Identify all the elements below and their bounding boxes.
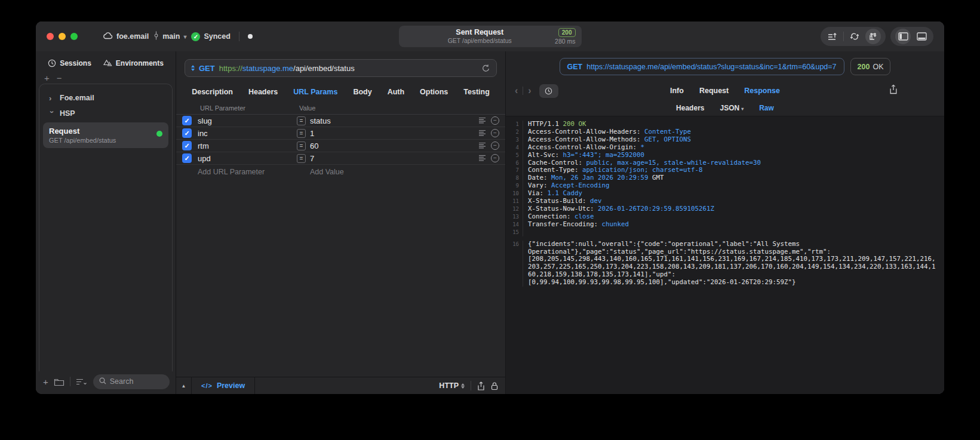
- param-checkbox[interactable]: ✓: [182, 116, 192, 125]
- send-receive-icon[interactable]: [865, 29, 881, 44]
- request-url-bar[interactable]: GET https://statuspage.me/api/embed/stat…: [185, 59, 497, 77]
- add-value-placeholder[interactable]: Add Value: [297, 168, 344, 176]
- history-forward-icon[interactable]: ›: [526, 85, 533, 96]
- sync-status[interactable]: ✓ Synced: [191, 32, 230, 41]
- toggle-sidebar-icon[interactable]: [895, 29, 911, 44]
- response-subtab-raw[interactable]: Raw: [759, 104, 774, 112]
- export-response-icon[interactable]: [889, 84, 898, 94]
- request-url[interactable]: https://statuspage.me/api/embed/status: [219, 64, 355, 73]
- response-line: 9Vary: Accept-Encoding: [506, 182, 944, 190]
- response-line: 7Content-Type: application/json; charset…: [506, 167, 944, 174]
- history-clock-button[interactable]: [539, 84, 558, 98]
- remove-param-icon[interactable]: −: [491, 129, 499, 137]
- response-line: 8Date: Mon, 26 Jan 2026 20:29:59 GMT: [506, 174, 944, 182]
- zoom-window-button[interactable]: [70, 33, 78, 40]
- param-name[interactable]: rtm: [198, 141, 297, 150]
- response-body[interactable]: 1HTTP/1.1 200 OK2Access-Control-Allow-He…: [506, 116, 944, 394]
- request-list-export-icon[interactable]: [825, 29, 840, 44]
- tab-testing[interactable]: Testing: [463, 88, 490, 96]
- sync-loop-icon[interactable]: [847, 29, 862, 44]
- row-options-icon[interactable]: [478, 116, 486, 125]
- param-name[interactable]: inc: [198, 129, 297, 138]
- equals-icon: =: [297, 116, 306, 125]
- line-number: 1: [506, 121, 523, 128]
- tab-body[interactable]: Body: [353, 88, 371, 96]
- branch-selector[interactable]: main ▾: [153, 31, 186, 42]
- add-request-button[interactable]: +: [43, 377, 48, 387]
- param-name[interactable]: slug: [198, 116, 297, 125]
- response-line: 2Access-Control-Allow-Headers: Content-T…: [506, 128, 944, 136]
- request-list-item[interactable]: Request GET /api/embed/status: [43, 122, 168, 148]
- remove-param-icon[interactable]: −: [491, 154, 499, 162]
- tab-auth[interactable]: Auth: [388, 88, 404, 96]
- nav-divider: [523, 87, 523, 95]
- tree-group-foe-email[interactable]: › Foe.email: [39, 90, 172, 106]
- row-options-icon[interactable]: [478, 141, 486, 150]
- param-value[interactable]: 60: [310, 141, 478, 150]
- expand-panel-button[interactable]: ▲: [176, 377, 192, 394]
- share-icon[interactable]: [477, 381, 485, 390]
- row-options-icon[interactable]: [478, 129, 486, 138]
- param-checkbox[interactable]: ✓: [182, 153, 192, 163]
- response-method: GET: [567, 63, 583, 71]
- app-window: foe.email main ▾ ✓ Synced: [36, 21, 944, 394]
- response-tab-response[interactable]: Response: [744, 87, 780, 95]
- preview-button[interactable]: </> Preview: [192, 377, 255, 394]
- lock-icon[interactable]: [491, 381, 498, 390]
- param-value[interactable]: 1: [310, 129, 478, 138]
- sessions-list: › Foe.email › HSP Request GET /api/embed…: [39, 84, 173, 371]
- method-selector-icon[interactable]: [191, 65, 195, 71]
- remove-session-button[interactable]: −: [57, 73, 62, 83]
- history-back-icon[interactable]: ‹: [513, 85, 520, 96]
- line-number: [506, 256, 523, 263]
- tree-group-hsp[interactable]: › HSP: [39, 106, 172, 121]
- param-checkbox[interactable]: ✓: [182, 128, 192, 138]
- request-method[interactable]: GET: [199, 64, 215, 73]
- tab-url-params[interactable]: URL Params: [293, 88, 337, 96]
- line-content: 203,257,225,165,250,173,204,223,158,208,…: [523, 263, 936, 271]
- traffic-lights: [47, 33, 78, 40]
- line-number: 10: [506, 190, 523, 198]
- line-content: Transfer-Encoding: chunked: [523, 221, 629, 229]
- add-session-button[interactable]: +: [44, 73, 50, 83]
- close-window-button[interactable]: [47, 33, 54, 40]
- tab-headers[interactable]: Headers: [248, 88, 278, 96]
- project-menu[interactable]: foe.email: [103, 32, 149, 41]
- param-row-inc: ✓inc=1−: [176, 127, 505, 140]
- search-input[interactable]: Search: [93, 374, 170, 389]
- protocol-selector[interactable]: HTTP: [439, 381, 465, 390]
- new-folder-icon[interactable]: [54, 377, 64, 386]
- row-options-icon[interactable]: [478, 154, 486, 163]
- titlebar: foe.email main ▾ ✓ Synced: [36, 21, 944, 51]
- param-value[interactable]: status: [310, 116, 478, 125]
- url-params-table: URL Parameter Value ✓slug=status−✓inc=1−…: [176, 101, 505, 179]
- toggle-bottom-panel-icon[interactable]: [914, 29, 929, 44]
- param-checkbox[interactable]: ✓: [182, 141, 192, 150]
- tab-options[interactable]: Options: [420, 88, 448, 96]
- resend-request-icon[interactable]: [481, 64, 490, 73]
- response-tab-info[interactable]: Info: [670, 87, 684, 95]
- line-number: 8: [506, 174, 523, 182]
- response-url-pill[interactable]: GET https://statuspage.me/api/embed/stat…: [560, 58, 844, 75]
- response-subtab-json[interactable]: JSON▾: [720, 104, 744, 112]
- sidebar-tab-environments[interactable]: Environments: [103, 59, 164, 67]
- response-line: 6Cache-Control: public, max-age=15, stal…: [506, 159, 944, 167]
- view-options-icon[interactable]: [76, 378, 88, 386]
- response-tab-request[interactable]: Request: [699, 87, 729, 95]
- tab-description[interactable]: Description: [192, 88, 233, 96]
- remove-param-icon[interactable]: −: [491, 141, 499, 150]
- param-value[interactable]: 7: [310, 154, 478, 163]
- sidebar-tab-sessions[interactable]: Sessions: [48, 59, 91, 67]
- request-item-subtitle: GET /api/embed/status: [49, 136, 162, 144]
- stepper-icon: [461, 383, 465, 389]
- status-code-badge: 200: [558, 28, 576, 37]
- remove-param-icon[interactable]: −: [491, 116, 499, 125]
- sent-request-pill[interactable]: Sent Request GET /api/embed/status 200 2…: [399, 26, 582, 47]
- response-subtab-headers[interactable]: Headers: [676, 104, 704, 112]
- add-param-placeholder[interactable]: Add URL Parameter: [198, 168, 297, 176]
- line-content: Access-Control-Allow-Origin: *: [523, 144, 644, 152]
- minimize-window-button[interactable]: [59, 33, 66, 40]
- param-name[interactable]: upd: [198, 154, 297, 163]
- line-content: [523, 229, 532, 236]
- column-header-param: URL Parameter: [185, 104, 299, 112]
